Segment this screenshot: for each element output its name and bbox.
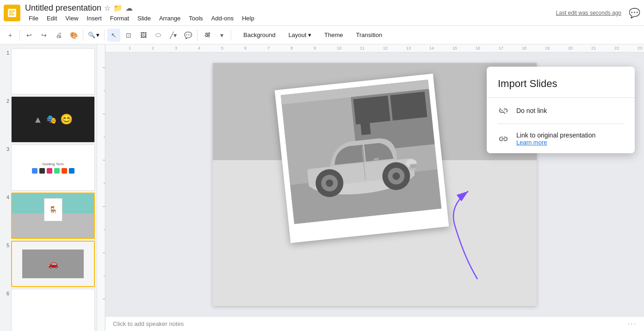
paint-format-button[interactable]: 🎨 [67, 29, 80, 42]
do-not-link-label: Do not link [516, 107, 547, 114]
cursor-button[interactable]: ↖ [107, 29, 120, 42]
svg-text:13: 13 [406, 46, 411, 50]
svg-text:1: 1 [129, 46, 131, 50]
slide-thumb-1[interactable] [11, 48, 95, 94]
folder-icon[interactable]: 📁 [113, 4, 123, 12]
menu-arrange[interactable]: Arrange [155, 14, 184, 23]
menu-edit[interactable]: Edit [43, 14, 61, 23]
slide-1-content [12, 49, 94, 94]
import-popup: Import Slides Do not link [487, 67, 635, 153]
slide-toolbar-buttons: Background Layout Theme Transition [238, 30, 388, 40]
svg-text:14: 14 [429, 46, 434, 50]
import-popup-title: Import Slides [487, 67, 635, 98]
text-format-button[interactable]: अ [200, 29, 213, 42]
last-edit[interactable]: Last edit was seconds ago [556, 10, 621, 16]
undo-button[interactable]: ↩ [23, 29, 36, 42]
link-icon [498, 133, 509, 144]
title-bar: Untitled presentation ☆ 📁 ☁ File Edit Vi… [0, 0, 644, 26]
link-original-option[interactable]: Link to original presentation Learn more [487, 124, 635, 153]
slide-number-4: 4 [2, 194, 9, 200]
layout-button[interactable]: Layout [283, 30, 317, 40]
notes-bar: Click to add speaker notes ··· [105, 316, 644, 331]
svg-text:3: 3 [175, 46, 177, 50]
svg-rect-2 [9, 12, 13, 13]
slide-number-1: 1 [2, 50, 9, 56]
svg-text:18: 18 [522, 46, 526, 50]
notes-more-icon[interactable]: ··· [628, 320, 637, 328]
menu-addons[interactable]: Add-ons [208, 14, 237, 23]
doc-title[interactable]: Untitled presentation [25, 3, 101, 13]
separator-3 [104, 30, 105, 41]
svg-rect-3 [9, 14, 14, 15]
slide-item-6[interactable]: 6 [2, 289, 95, 331]
menu-insert[interactable]: Insert [83, 14, 105, 23]
app-icon [4, 5, 20, 21]
background-button[interactable]: Background [238, 30, 281, 40]
notes-placeholder[interactable]: Click to add speaker notes [113, 320, 184, 327]
print-button[interactable]: 🖨 [52, 29, 65, 42]
slide-item-4[interactable]: 4 🪑 [2, 193, 95, 239]
slide-number-5: 5 [2, 243, 9, 248]
link-original-content: Link to original presentation Learn more [516, 131, 595, 146]
menu-view[interactable]: View [62, 14, 82, 23]
svg-text:19: 19 [545, 46, 550, 50]
slide-number-6: 6 [2, 291, 9, 296]
image-button[interactable]: 🖼 [137, 29, 150, 42]
svg-text:22: 22 [614, 46, 619, 50]
link-original-label: Link to original presentation [516, 131, 595, 139]
svg-text:12: 12 [383, 46, 388, 50]
slide-thumb-6[interactable] [11, 289, 95, 331]
separator-2 [83, 30, 83, 41]
svg-rect-1 [9, 11, 15, 12]
slide-number-3: 3 [2, 146, 9, 152]
separator-1 [19, 30, 20, 41]
slide-item-2[interactable]: 2 ▲ 🎭 😊 [2, 96, 95, 143]
slide-thumb-3[interactable]: Guiding Tech [11, 144, 95, 191]
svg-text:9: 9 [314, 46, 316, 50]
insert-button[interactable]: + [4, 29, 17, 42]
svg-text:8: 8 [291, 46, 293, 50]
svg-text:11: 11 [360, 46, 365, 50]
slide-item-1[interactable]: 1 [2, 48, 95, 94]
theme-button[interactable]: Theme [319, 30, 348, 40]
svg-text:2: 2 [152, 46, 154, 50]
line-button[interactable]: ╱▾ [167, 29, 180, 42]
menu-tools[interactable]: Tools [185, 14, 206, 23]
menu-help[interactable]: Help [238, 14, 258, 23]
svg-text:4: 4 [198, 46, 200, 50]
slide-item-3[interactable]: 3 Guiding Tech [2, 144, 95, 191]
horizontal-ruler: 1 2 3 4 5 6 7 8 9 10 11 12 13 14 15 16 1… [105, 44, 644, 53]
chat-icon[interactable]: 💬 [629, 7, 640, 19]
menu-slide[interactable]: Slide [134, 14, 155, 23]
slide-3-content: Guiding Tech [12, 145, 94, 190]
svg-rect-61 [410, 164, 416, 168]
do-not-link-option[interactable]: Do not link [487, 98, 635, 124]
cloud-icon[interactable]: ☁ [125, 4, 133, 12]
separator-4 [197, 30, 198, 41]
zoom-dropdown[interactable]: 🔍 ▾ [86, 31, 101, 39]
text-box-button[interactable]: ⊡ [122, 29, 135, 42]
title-section: Untitled presentation ☆ 📁 ☁ File Edit Vi… [25, 3, 258, 23]
redo-button[interactable]: ↪ [37, 29, 50, 42]
learn-more-link[interactable]: Learn more [516, 139, 595, 146]
comment-button[interactable]: 💬 [181, 29, 194, 42]
menu-file[interactable]: File [25, 14, 42, 23]
slide-4-content: 🪑 [12, 194, 94, 238]
toolbar: + ↩ ↪ 🖨 🎨 🔍 ▾ ↖ ⊡ 🖼 ⬭ ╱▾ 💬 अ ▾ Backgroun… [0, 26, 644, 44]
slide-thumb-4[interactable]: 🪑 [11, 193, 95, 239]
editor-area: 1 2 3 4 5 6 7 8 9 10 11 12 13 14 15 16 1… [105, 44, 644, 331]
slide-item-5[interactable]: 5 🚗 [2, 241, 95, 287]
svg-text:16: 16 [476, 46, 480, 50]
car-polaroid[interactable] [275, 74, 449, 243]
svg-text:7: 7 [267, 46, 270, 50]
text-format-arrow[interactable]: ▾ [215, 29, 228, 42]
shape-button[interactable]: ⬭ [152, 29, 165, 42]
slide-thumb-5[interactable]: 🚗 [11, 241, 95, 287]
menu-format[interactable]: Format [106, 14, 133, 23]
svg-text:20: 20 [568, 46, 573, 50]
transition-button[interactable]: Transition [351, 30, 388, 40]
star-icon[interactable]: ☆ [104, 4, 111, 12]
slide-5-content: 🚗 [12, 242, 94, 286]
slide-6-content [12, 289, 94, 331]
slide-thumb-2[interactable]: ▲ 🎭 😊 [11, 96, 95, 143]
